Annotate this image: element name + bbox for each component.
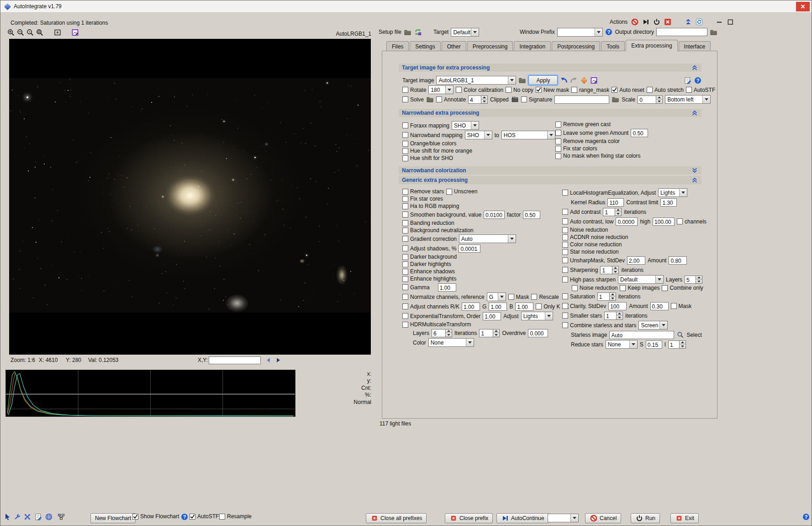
smaller-stars-checkbox[interactable]: Smaller stars bbox=[562, 313, 602, 319]
target-image-for-extra-processing-section-header[interactable]: Target image for extra processing bbox=[399, 64, 701, 72]
exit-button[interactable]: Exit bbox=[670, 513, 699, 523]
prev-position-icon[interactable] bbox=[264, 356, 272, 364]
scale-spinner[interactable]: 0 bbox=[638, 96, 663, 104]
ha-to-rgb-mapping-checkbox[interactable]: Ha to RGB mapping bbox=[402, 203, 459, 209]
normalize-channels-reference-checkbox[interactable]: Normalize channels, reference bbox=[402, 294, 485, 300]
new-mask-checkbox[interactable]: New mask bbox=[536, 87, 569, 93]
adjust-channels-r-k-value[interactable]: 1.00 bbox=[462, 303, 480, 311]
select-starless-button[interactable]: Select bbox=[686, 332, 701, 338]
no-mask-when-fixing-star-colors-checkbox[interactable]: No mask when fixing star colors bbox=[555, 153, 640, 159]
leave-some-green-amount-value[interactable]: 0.50 bbox=[631, 129, 648, 137]
range-mask-checkbox[interactable]: range_mask bbox=[571, 87, 609, 93]
interrupt-icon[interactable] bbox=[631, 18, 638, 26]
auto-stretch-checkbox[interactable]: Auto stretch bbox=[647, 87, 684, 93]
tab-extra-processing[interactable]: Extra processing bbox=[626, 40, 677, 51]
expand-icon[interactable] bbox=[691, 167, 698, 174]
tab-tools[interactable]: Tools bbox=[601, 41, 625, 51]
saturation-checkbox[interactable]: Saturation bbox=[562, 293, 595, 300]
color-calibration-checkbox[interactable]: Color calibration bbox=[456, 87, 503, 93]
adjust-channels-r-k-checkbox[interactable]: Adjust channels R/K bbox=[402, 303, 459, 310]
collapse-all-icon[interactable] bbox=[684, 18, 692, 26]
annotate-spinner[interactable]: 4 bbox=[468, 96, 488, 104]
foraxx-mapping-checkbox[interactable]: Foraxx mapping bbox=[402, 122, 449, 129]
show-flowchart-checkbox[interactable]: Show Flowchart bbox=[132, 513, 179, 520]
undo-icon[interactable] bbox=[560, 77, 568, 84]
setup-refresh-icon[interactable] bbox=[414, 28, 422, 36]
darker-background-checkbox[interactable]: Darker background bbox=[402, 254, 457, 260]
darker-highlights-checkbox[interactable]: Darker highlights bbox=[402, 261, 451, 267]
spin-up-icon[interactable] bbox=[656, 96, 662, 100]
solve-folder-icon[interactable] bbox=[426, 96, 434, 103]
rotate-combo[interactable]: 180 bbox=[428, 85, 453, 94]
clipped-icon[interactable] bbox=[511, 96, 519, 103]
spin-down-icon[interactable] bbox=[612, 270, 618, 274]
redo-icon[interactable] bbox=[570, 77, 578, 84]
new-instance-icon[interactable] bbox=[580, 77, 588, 84]
reduce-stars-combo[interactable]: None bbox=[606, 340, 638, 349]
generic-extra-processing-section-header[interactable]: Generic extra processing bbox=[399, 176, 701, 184]
spin-down-icon[interactable] bbox=[617, 315, 622, 319]
smoothen-background-value-value[interactable]: 0.0100 bbox=[484, 211, 505, 219]
banding-reduction-checkbox[interactable]: Banding reduction bbox=[402, 220, 454, 226]
zoom-out-icon[interactable] bbox=[16, 29, 24, 36]
tab-integration[interactable]: Integration bbox=[514, 41, 551, 51]
image-preview[interactable] bbox=[9, 39, 371, 355]
mask-checkbox[interactable]: Mask bbox=[508, 294, 529, 300]
spin-down-icon[interactable] bbox=[696, 279, 702, 283]
collapse-icon[interactable] bbox=[691, 64, 698, 71]
combine-only-checkbox[interactable]: Combine only bbox=[662, 285, 703, 291]
clarity-stddev-checkbox[interactable]: Clarity, StdDev bbox=[562, 303, 606, 309]
adjust-shadows-checkbox[interactable]: Adjust shadows, % bbox=[402, 245, 456, 252]
color-combo[interactable]: None bbox=[428, 338, 474, 347]
resample-checkbox[interactable]: Resample bbox=[219, 513, 252, 520]
signature-input[interactable] bbox=[554, 96, 609, 104]
adjust-shadows-value[interactable]: 0.0001 bbox=[459, 244, 480, 253]
combine-starless-and-stars-checkbox[interactable]: Combine starless and stars bbox=[562, 322, 636, 329]
clarity-stddev-value[interactable]: 100 bbox=[608, 302, 627, 310]
auto-reset-checkbox[interactable]: Auto reset bbox=[612, 87, 644, 93]
background-neutralization-checkbox[interactable]: Background neutralization bbox=[402, 227, 474, 234]
hdrmultiscaletransform-checkbox[interactable]: HDRMultiscaleTransform bbox=[402, 321, 471, 328]
autostf-checkbox[interactable]: AutoSTF bbox=[190, 513, 219, 520]
unsharpmask-stddev-checkbox[interactable]: UnsharpMask, StdDev bbox=[562, 257, 625, 264]
wrench-icon[interactable] bbox=[13, 513, 21, 521]
spin-up-icon[interactable] bbox=[612, 266, 618, 270]
smoothen-background-value-checkbox[interactable]: Smoothen background, value bbox=[402, 212, 481, 218]
help-icon[interactable]: ? bbox=[694, 77, 701, 84]
i-spinner[interactable]: 1 bbox=[668, 340, 686, 349]
select-starless-icon[interactable] bbox=[676, 331, 684, 339]
annotate-checkbox[interactable]: Annotate bbox=[436, 96, 466, 103]
prefix-select-combo[interactable] bbox=[548, 514, 579, 522]
maximize-icon[interactable] bbox=[727, 18, 734, 26]
localhistogramequalization-adjust-combo[interactable]: Lights bbox=[658, 188, 687, 197]
output-directory-folder-icon[interactable] bbox=[710, 28, 717, 36]
narrowband-extra-processing-section-header[interactable]: Narrowband extra processing bbox=[399, 109, 701, 117]
unscreen-checkbox[interactable]: Unscreen bbox=[446, 188, 477, 195]
adjust-combo[interactable]: Lights bbox=[521, 312, 553, 320]
noise-reduction-checkbox[interactable]: Noise reduction bbox=[562, 227, 608, 233]
layers-spinner[interactable]: 5 bbox=[685, 276, 702, 284]
save-screenshot-icon[interactable] bbox=[590, 77, 598, 84]
edit-icon[interactable] bbox=[34, 513, 42, 521]
auto-contrast-low-value[interactable]: 0.0000 bbox=[616, 218, 638, 226]
narrowband-mapping-checkbox[interactable]: Narrowband mapping bbox=[402, 132, 463, 138]
target-combo[interactable]: Default bbox=[451, 28, 479, 37]
spin-up-icon[interactable] bbox=[493, 329, 499, 333]
saturation-spinner[interactable]: 1 bbox=[597, 292, 616, 301]
hue-shift-for-more-orange-checkbox[interactable]: Hue shift for more orange bbox=[402, 148, 472, 154]
b-value[interactable]: 1.00 bbox=[515, 303, 533, 311]
spin-up-icon[interactable] bbox=[617, 312, 622, 316]
minimize-icon[interactable] bbox=[716, 18, 723, 26]
remove-stars-checkbox[interactable]: Remove stars bbox=[402, 188, 444, 195]
close-all-prefixes-button[interactable]: Close all prefixes bbox=[366, 513, 427, 523]
tab-interface[interactable]: Interface bbox=[679, 41, 711, 51]
high-pass-sharpen-combo[interactable]: Default bbox=[618, 275, 664, 284]
overdrive-value[interactable]: 0.000 bbox=[528, 329, 548, 337]
close-window-button[interactable]: ✕ bbox=[796, 2, 810, 11]
spin-up-icon[interactable] bbox=[615, 208, 621, 212]
hue-shift-for-sho-checkbox[interactable]: Hue shift for SHO bbox=[402, 155, 453, 161]
orange-blue-colors-checkbox[interactable]: Orange/blue colors bbox=[402, 140, 456, 147]
save-view-icon[interactable] bbox=[71, 29, 79, 36]
smaller-stars-spinner[interactable]: 1 bbox=[604, 312, 623, 320]
setup-file-folder-icon[interactable] bbox=[404, 28, 411, 36]
